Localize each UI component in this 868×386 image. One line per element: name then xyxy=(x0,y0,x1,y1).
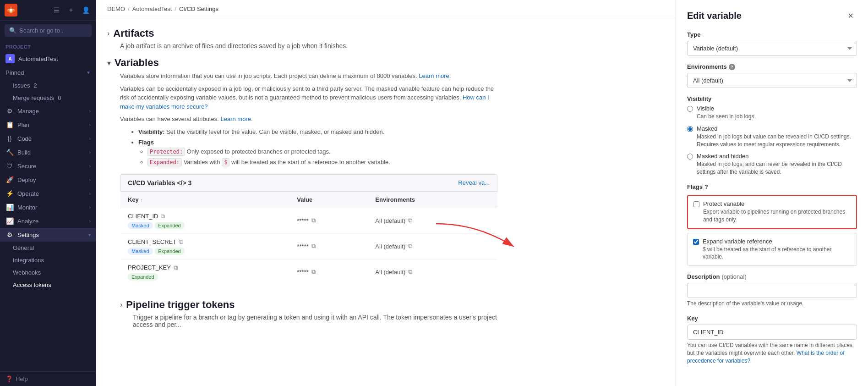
table-row: CLIENT_SECRET ⧉ Masked Expanded xyxy=(120,233,497,259)
description-hint: The description of the variable's value … xyxy=(687,300,857,308)
sidebar-item-operate[interactable]: ⚡ Operate › xyxy=(0,187,96,200)
sidebar-item-general[interactable]: General xyxy=(0,242,96,254)
row1-tags: Masked Expanded xyxy=(128,222,282,229)
row3-env-copy[interactable]: ⧉ xyxy=(408,268,412,276)
variables-toggle[interactable]: ▾ xyxy=(107,59,111,67)
expand-variable-checkbox[interactable] xyxy=(693,239,699,245)
visibility-masked-option[interactable]: Masked Masked in job logs but value can … xyxy=(687,125,857,149)
pipeline-header: › Pipeline trigger tokens xyxy=(120,299,497,311)
row3-copy-icon[interactable]: ⧉ xyxy=(174,264,178,271)
environments-help-icon[interactable]: ? xyxy=(729,64,735,70)
row1-value: ***** ⧉ xyxy=(297,217,360,224)
pinned-section[interactable]: Pinned ▼ xyxy=(0,66,96,79)
access-tokens-label: Access tokens xyxy=(13,281,51,288)
visibility-visible-radio[interactable] xyxy=(687,106,693,112)
row1-env-copy[interactable]: ⧉ xyxy=(408,217,412,224)
edit-variable-panel: Edit variable × Type Variable (default) … xyxy=(676,0,868,386)
sidebar-item-merge-requests[interactable]: Merge requests 0 xyxy=(0,92,96,104)
row2-key-cell: CLIENT_SECRET ⧉ Masked Expanded xyxy=(120,233,290,259)
row2-value-copy[interactable]: ⧉ xyxy=(311,243,316,250)
general-label: General xyxy=(13,244,34,251)
row2-key-name: CLIENT_SECRET xyxy=(128,238,176,245)
pipeline-description: Trigger a pipeline for a branch or tag b… xyxy=(133,314,497,328)
row1-key: CLIENT_ID ⧉ xyxy=(128,213,282,220)
table-row: PROJECT_KEY ⧉ Expanded ***** ⧉ xyxy=(120,259,497,285)
sidebar-item-deploy[interactable]: 🚀 Deploy › xyxy=(0,173,96,187)
protect-variable-option[interactable]: Protect variable Export variable to pipe… xyxy=(687,195,857,229)
row1-env: All (default) ⧉ xyxy=(375,217,490,224)
environments-select[interactable]: All (default) production staging xyxy=(687,73,857,88)
expand-variable-option[interactable]: Expand variable reference $ will be trea… xyxy=(687,233,857,266)
protect-variable-checkbox[interactable] xyxy=(693,201,699,207)
create-new-btn[interactable]: ＋ xyxy=(65,4,77,16)
breadcrumb-demo[interactable]: DEMO xyxy=(107,6,125,12)
artifacts-toggle[interactable]: › xyxy=(107,29,109,38)
artifacts-title: Artifacts xyxy=(113,28,154,39)
gitlab-logo[interactable] xyxy=(5,4,17,17)
analyze-arrow: › xyxy=(89,219,91,224)
visibility-masked-hidden-option[interactable]: Masked and hidden Masked in job logs, an… xyxy=(687,153,857,176)
project-item[interactable]: A AutomatedTest xyxy=(0,51,96,66)
learn-more2-link[interactable]: Learn more. xyxy=(220,116,252,122)
row2-env-copy[interactable]: ⧉ xyxy=(408,243,412,250)
sidebar-item-settings[interactable]: ⚙ Settings ▾ xyxy=(0,228,96,242)
row3-value-copy[interactable]: ⧉ xyxy=(311,268,316,276)
manage-icon: ⚙ xyxy=(5,107,14,115)
visibility-masked-hidden-radio[interactable] xyxy=(687,154,693,160)
analyze-icon: 📈 xyxy=(5,217,14,225)
issues-label: Issues xyxy=(13,82,30,89)
search-bar[interactable]: 🔍 Search or go to . xyxy=(5,24,92,37)
merge-count: 0 xyxy=(58,94,61,101)
content-area: › Artifacts A job artifact is an archive… xyxy=(96,18,508,343)
plan-icon: 📋 xyxy=(5,121,14,128)
learn-more-link[interactable]: Learn more. xyxy=(419,72,451,79)
key-input[interactable] xyxy=(687,325,857,340)
user-avatar-btn[interactable]: 👤 xyxy=(80,4,92,16)
sidebar-item-code[interactable]: {} Code › xyxy=(0,132,96,145)
visibility-masked-radio[interactable] xyxy=(687,126,693,132)
description-input[interactable] xyxy=(687,283,857,298)
row1-copy-icon[interactable]: ⧉ xyxy=(161,213,165,220)
sidebar-item-secure[interactable]: 🛡 Secure › xyxy=(0,159,96,173)
help-item[interactable]: ❓ Help xyxy=(0,371,96,386)
row2-key: CLIENT_SECRET ⧉ xyxy=(128,238,282,246)
sidebar: ☰ ＋ 👤 🔍 Search or go to . Project A Auto… xyxy=(0,0,96,386)
close-panel-btn[interactable]: × xyxy=(844,9,857,22)
flags-help-icon[interactable]: ? xyxy=(704,183,708,190)
breadcrumb: DEMO / AutomatedTest / CI/CD Settings xyxy=(96,0,676,18)
breadcrumb-automatedtest[interactable]: AutomatedTest xyxy=(132,6,172,12)
visibility-visible-text: Visible Can be seen in job logs. xyxy=(697,105,756,121)
deploy-arrow: › xyxy=(89,177,91,182)
visibility-visible-option[interactable]: Visible Can be seen in job logs. xyxy=(687,105,857,121)
sidebar-item-plan[interactable]: 📋 Plan › xyxy=(0,118,96,132)
code-arrow: › xyxy=(89,136,91,141)
secure-icon: 🛡 xyxy=(5,162,14,170)
row2-env-cell: All (default) ⧉ xyxy=(368,233,497,259)
row1-value-copy[interactable]: ⧉ xyxy=(311,217,316,224)
reveal-values-btn[interactable]: Reveal va... xyxy=(458,179,490,186)
sidebar-toggle-btn[interactable]: ☰ xyxy=(50,4,62,16)
sidebar-item-access-tokens[interactable]: Access tokens xyxy=(0,279,96,291)
visibility-group: Visibility Visible Can be seen in job lo… xyxy=(687,95,857,176)
sidebar-item-issues[interactable]: Issues 2 xyxy=(0,79,96,92)
sidebar-item-monitor[interactable]: 📊 Monitor › xyxy=(0,200,96,214)
row2-copy-icon[interactable]: ⧉ xyxy=(179,238,183,246)
sidebar-item-build[interactable]: 🔨 Build › xyxy=(0,145,96,159)
sidebar-item-integrations[interactable]: Integrations xyxy=(0,254,96,266)
settings-label: Settings xyxy=(17,232,85,238)
pinned-label: Pinned xyxy=(5,69,24,76)
type-select[interactable]: Variable (default) File xyxy=(687,41,857,56)
row2-env: All (default) ⧉ xyxy=(375,243,490,250)
code-label: Code xyxy=(17,135,86,142)
environments-label: Environments ? xyxy=(687,63,857,70)
tag-expanded-3: Expanded xyxy=(128,273,158,281)
row3-env-cell: All (default) ⧉ xyxy=(368,259,497,285)
sidebar-item-analyze[interactable]: 📈 Analyze › xyxy=(0,214,96,228)
sidebar-item-manage[interactable]: ⚙ Manage › xyxy=(0,104,96,118)
pipeline-toggle[interactable]: › xyxy=(120,301,122,309)
manage-label: Manage xyxy=(17,108,86,115)
row2-value-cell: ***** ⧉ xyxy=(289,233,368,259)
col-value: Value xyxy=(289,192,368,208)
sidebar-item-webhooks[interactable]: Webhooks xyxy=(0,266,96,279)
manage-arrow: › xyxy=(89,109,91,114)
